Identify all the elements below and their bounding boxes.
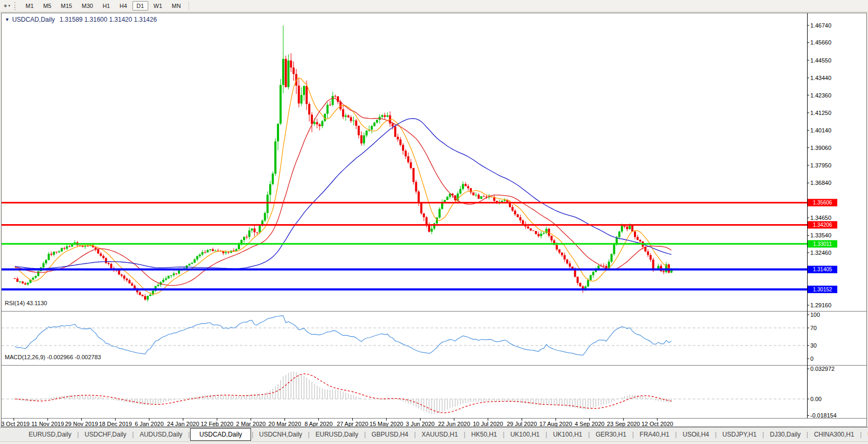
tab-hk50-h1[interactable]: HK50,H1 [466,429,503,440]
rsi-indicator-label: RSI(14) 43.1130 [5,300,47,306]
cursor-tool-button[interactable]: ⌖ ▾ [2,2,12,10]
svg-text:1.41250: 1.41250 [810,110,831,116]
svg-text:6 Jan 2020: 6 Jan 2020 [135,421,164,427]
tab-uk100-h1[interactable]: UK100,H1 [505,429,545,440]
tab-dj30-daily[interactable]: DJ30,Daily [765,429,806,440]
svg-text:1.37950: 1.37950 [810,162,831,168]
svg-text:22 Jun 2020: 22 Jun 2020 [438,421,470,427]
tab-usdcad-daily[interactable]: USDCAD,Daily [190,428,251,441]
macd-indicator-label: MACD(12,26,9) -0.002966 -0.002783 [5,354,101,360]
tab-eurusd-daily[interactable]: EURUSD,Daily [23,429,77,440]
svg-text:1.46740: 1.46740 [810,22,831,29]
chevron-down-icon: ▾ [8,4,11,8]
svg-text:1.39060: 1.39060 [810,145,831,151]
svg-text:1.44550: 1.44550 [810,57,831,64]
timeframe-button-m1[interactable]: M1 [21,1,38,11]
macd-histogram [15,371,672,414]
price-tags: 1.356061.342061.330111.314051.30152 [808,199,837,293]
tab-usdjpy-h1[interactable]: USDJPY,H1 [717,429,762,440]
tab-usdcnh-daily[interactable]: USDCNH,Daily [254,429,307,440]
svg-text:2 Mar 2020: 2 Mar 2020 [236,421,266,427]
svg-text:11 Nov 2019: 11 Nov 2019 [31,421,64,427]
svg-text:4 Sep 2020: 4 Sep 2020 [575,421,604,427]
svg-text:15 May 2020: 15 May 2020 [370,421,404,427]
svg-text:1.36840: 1.36840 [810,180,831,186]
svg-text:1.43440: 1.43440 [810,75,831,81]
svg-text:1.40140: 1.40140 [810,127,831,134]
svg-text:1.29160: 1.29160 [810,302,831,308]
svg-text:1.45660: 1.45660 [810,39,831,46]
svg-text:12 Feb 2020: 12 Feb 2020 [201,421,234,427]
timeframe-button-w1[interactable]: W1 [149,1,167,11]
toolbar-separator [189,2,189,10]
svg-text:30: 30 [810,342,817,349]
chart-title: ▼ USDCAD,Daily 1.31589 1.31600 1.31420 1… [5,16,157,23]
tab-fra40-h1[interactable]: FRA40,H1 [634,429,675,440]
timeframe-button-h1[interactable]: H1 [99,1,114,11]
svg-text:8 Apr 2020: 8 Apr 2020 [305,421,333,427]
svg-text:3 Jun 2020: 3 Jun 2020 [406,421,434,427]
svg-text:-0.018154: -0.018154 [810,412,837,419]
chart-ohlc-values: 1.31589 1.31600 1.31420 1.31426 [60,16,157,23]
svg-text:12 Oct 2020: 12 Oct 2020 [641,421,673,427]
svg-text:23 Oct 2019: 23 Oct 2019 [2,421,30,427]
svg-text:0.032972: 0.032972 [810,366,835,372]
ma-slow-line [15,119,672,269]
tab-uk100-h1[interactable]: UK100,H1 [548,429,587,440]
tab-audusd-daily[interactable]: AUDUSD,Daily [135,429,188,440]
toolbar: ⌖ ▾ M1M5M15M30H1H4D1W1MN [0,0,868,12]
crosshair-cursor-icon: ⌖ [4,3,7,9]
svg-text:1.33011: 1.33011 [813,241,832,247]
svg-text:10 Jul 2020: 10 Jul 2020 [473,421,503,427]
candlesticks [14,25,673,302]
svg-text:23 Sep 2020: 23 Sep 2020 [607,421,640,427]
timeframe-button-m15[interactable]: M15 [57,1,76,11]
svg-text:29 Jul 2020: 29 Jul 2020 [507,421,537,427]
svg-text:17 Aug 2020: 17 Aug 2020 [540,421,572,427]
rsi-axis-labels: 10070300 [807,312,820,362]
tab-eurusd-daily[interactable]: EURUSD,Daily [310,429,364,440]
timeframe-button-group: M1M5M15M30H1H4D1W1MN [21,1,185,11]
svg-text:100: 100 [810,312,820,318]
timeframe-button-h4[interactable]: H4 [115,1,131,11]
tab-usoil-h4[interactable]: USOil,H4 [677,429,714,440]
svg-text:1.32460: 1.32460 [810,250,831,256]
timeframe-button-d1[interactable]: D1 [132,1,148,11]
price-axis-labels: 1.467401.456601.445501.434401.423601.412… [807,22,831,308]
svg-text:1.30152: 1.30152 [813,287,833,292]
tab-china300-h1[interactable]: CHINA300,H1 [809,429,860,440]
svg-text:70: 70 [810,325,817,331]
timeframe-button-m5[interactable]: M5 [39,1,56,11]
svg-text:0: 0 [810,356,813,362]
chart-symbol-period: USDCAD,Daily [12,16,55,23]
svg-text:20 Mar 2020: 20 Mar 2020 [269,421,301,427]
svg-text:18 Dec 2019: 18 Dec 2019 [99,421,132,427]
toolbar-grip[interactable] [14,2,17,10]
timeframe-button-mn[interactable]: MN [167,1,185,11]
timeframe-button-m30[interactable]: M30 [77,1,97,11]
status-bar-edge [0,441,868,444]
svg-text:1.34206: 1.34206 [813,222,833,228]
chart-surface[interactable]: 1.467401.456601.445501.434401.423601.412… [2,13,866,427]
mt4-terminal: { "toolbar": { "cursor_tool_icon": "⌖", … [0,0,868,444]
rsi-line [15,316,672,356]
svg-text:1.34650: 1.34650 [810,215,831,221]
tab-gbpusd-h4[interactable]: GBPUSD,H4 [366,429,414,440]
tab-usoil-h1[interactable]: USOil,H1 [862,429,868,440]
macd-axis-labels: 0.0329720.00-0.018154 [807,366,837,419]
symbol-dropdown-icon[interactable]: ▼ [5,17,10,22]
svg-text:1.35606: 1.35606 [813,200,833,206]
tab-ger30-h1[interactable]: GER30,H1 [590,429,632,440]
tab-usdchf-daily[interactable]: USDCHF,Daily [79,429,132,440]
svg-text:29 Nov 2019: 29 Nov 2019 [65,421,98,427]
svg-text:1.33540: 1.33540 [810,232,831,238]
svg-text:24 Jan 2020: 24 Jan 2020 [167,421,200,427]
tab-xauusd-h1[interactable]: XAUUSD,H1 [416,429,463,440]
chart-tab-bar: EURUSD,Daily|USDCHF,Daily|AUDUSD,Daily|U… [0,427,868,441]
svg-text:1.42360: 1.42360 [810,92,831,99]
svg-text:27 Apr 2020: 27 Apr 2020 [337,421,368,427]
svg-text:0.00: 0.00 [810,396,821,402]
date-axis-labels: 23 Oct 201911 Nov 201929 Nov 201918 Dec … [2,418,673,427]
ma-mid-line [15,98,672,286]
chart-window: ▼ USDCAD,Daily 1.31589 1.31600 1.31420 1… [1,13,867,427]
